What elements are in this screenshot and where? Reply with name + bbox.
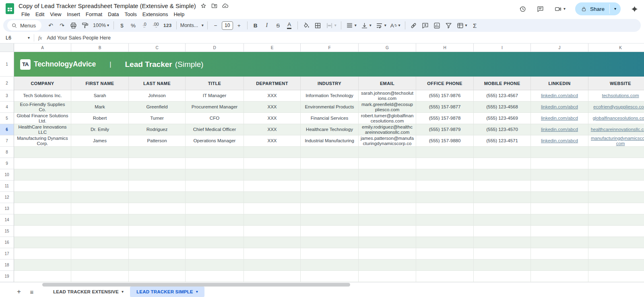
- font-size-input[interactable]: 10: [222, 21, 233, 30]
- row-header-2[interactable]: 2: [0, 77, 14, 90]
- header-cell-F[interactable]: INDUSTRY: [301, 77, 359, 90]
- cell-E14[interactable]: [244, 214, 301, 226]
- cell-F6[interactable]: Healthcare Technology: [301, 124, 359, 135]
- cell-C9[interactable]: [129, 158, 186, 169]
- cell-A13[interactable]: [14, 203, 71, 214]
- cell-H9[interactable]: [416, 158, 474, 169]
- version-history-icon[interactable]: [519, 5, 527, 13]
- move-folder-icon[interactable]: [211, 2, 218, 9]
- row-header-19[interactable]: 19: [0, 271, 14, 282]
- cell-F16[interactable]: [301, 237, 359, 248]
- increase-decimals-button[interactable]: .00→: [151, 20, 161, 31]
- cell-D8[interactable]: [186, 147, 244, 158]
- banner-cell[interactable]: TA TechnologyAdvice | Lead Tracker (Simp…: [14, 52, 644, 77]
- cell-F3[interactable]: Information Technology: [301, 90, 359, 102]
- cell-G15[interactable]: [359, 226, 416, 237]
- cell-D9[interactable]: [186, 158, 244, 169]
- share-main[interactable]: Share: [575, 2, 609, 15]
- cell-C18[interactable]: [129, 260, 186, 271]
- cell-I19[interactable]: [474, 271, 531, 282]
- cell-G13[interactable]: [359, 203, 416, 214]
- header-cell-J[interactable]: LINKEDIN: [531, 77, 588, 90]
- cell-H11[interactable]: [416, 181, 474, 192]
- cell-E16[interactable]: [244, 237, 301, 248]
- cell-A17[interactable]: [14, 248, 71, 260]
- header-cell-E[interactable]: DEPARTMENT: [244, 77, 301, 90]
- row-header-17[interactable]: 17: [0, 248, 14, 260]
- cell-J4[interactable]: linkedin.com/abcd: [531, 102, 588, 113]
- website-link[interactable]: healthcareinnovationsllc.com: [591, 127, 644, 132]
- cell-C16[interactable]: [129, 237, 186, 248]
- cell-B10[interactable]: [71, 169, 129, 181]
- cell-G8[interactable]: [359, 147, 416, 158]
- cell-J5[interactable]: linkedin.com/abcd: [531, 113, 588, 124]
- cell-K4[interactable]: ecofriendlysuppliesco.com: [588, 102, 644, 113]
- comments-icon[interactable]: [537, 5, 545, 13]
- cell-D3[interactable]: IT Manager: [186, 90, 244, 102]
- cell-H16[interactable]: [416, 237, 474, 248]
- cell-E10[interactable]: [244, 169, 301, 181]
- borders-button[interactable]: [312, 20, 323, 31]
- column-header-K[interactable]: K: [588, 44, 644, 52]
- row-header-18[interactable]: 18: [0, 260, 14, 271]
- cell-D13[interactable]: [186, 203, 244, 214]
- header-cell-K[interactable]: WEBSITE: [588, 77, 644, 90]
- cell-B18[interactable]: [71, 260, 129, 271]
- cell-C14[interactable]: [129, 214, 186, 226]
- cell-E17[interactable]: [244, 248, 301, 260]
- cell-J15[interactable]: [531, 226, 588, 237]
- cell-I15[interactable]: [474, 226, 531, 237]
- menu-help[interactable]: Help: [171, 10, 187, 18]
- cell-J6[interactable]: linkedin.com/abcd: [531, 124, 588, 135]
- cell-H12[interactable]: [416, 192, 474, 203]
- cell-G4[interactable]: mark.greenfield@ecosuppliesco.com: [359, 102, 416, 113]
- cell-H6[interactable]: (555) 157-9879: [416, 124, 474, 135]
- cell-I17[interactable]: [474, 248, 531, 260]
- cell-D12[interactable]: [186, 192, 244, 203]
- increase-font-size-button[interactable]: +: [234, 20, 244, 31]
- row-header-8[interactable]: 8: [0, 147, 14, 158]
- row-header-12[interactable]: 12: [0, 192, 14, 203]
- header-cell-D[interactable]: TITLE: [186, 77, 244, 90]
- header-cell-C[interactable]: LAST NAME: [129, 77, 186, 90]
- row-header-11[interactable]: 11: [0, 181, 14, 192]
- row-header-16[interactable]: 16: [0, 237, 14, 248]
- cell-B14[interactable]: [71, 214, 129, 226]
- cell-C4[interactable]: Greenfield: [129, 102, 186, 113]
- header-cell-B[interactable]: FIRST NAME: [71, 77, 129, 90]
- cell-E12[interactable]: [244, 192, 301, 203]
- cell-A14[interactable]: [14, 214, 71, 226]
- cell-C5[interactable]: Turner: [129, 113, 186, 124]
- cell-G11[interactable]: [359, 181, 416, 192]
- cell-B12[interactable]: [71, 192, 129, 203]
- star-icon[interactable]: [200, 2, 207, 9]
- cell-C8[interactable]: [129, 147, 186, 158]
- cell-C11[interactable]: [129, 181, 186, 192]
- cell-E5[interactable]: XXX: [244, 113, 301, 124]
- cell-I5[interactable]: (555) 123-4569: [474, 113, 531, 124]
- cell-G16[interactable]: [359, 237, 416, 248]
- cell-J8[interactable]: [531, 147, 588, 158]
- cell-A3[interactable]: Tech Solutions Inc.: [14, 90, 71, 102]
- format-percent-button[interactable]: %: [128, 20, 138, 31]
- linkedin-link[interactable]: linkedin.com/abcd: [541, 93, 578, 98]
- cell-H15[interactable]: [416, 226, 474, 237]
- gemini-icon[interactable]: [630, 5, 638, 13]
- cell-H8[interactable]: [416, 147, 474, 158]
- cell-F11[interactable]: [301, 181, 359, 192]
- header-cell-G[interactable]: EMAIL: [359, 77, 416, 90]
- menu-format[interactable]: Format: [83, 10, 105, 18]
- cell-B3[interactable]: Sarah: [71, 90, 129, 102]
- cell-F9[interactable]: [301, 158, 359, 169]
- cell-B7[interactable]: James: [71, 135, 129, 147]
- cell-A12[interactable]: [14, 192, 71, 203]
- cell-F5[interactable]: Financial Services: [301, 113, 359, 124]
- cell-D17[interactable]: [186, 248, 244, 260]
- menu-extensions[interactable]: Extensions: [140, 10, 171, 18]
- column-header-H[interactable]: H: [416, 44, 474, 52]
- redo-button[interactable]: ↷: [57, 20, 67, 31]
- cell-A4[interactable]: Eco-Friendly Supplies Co.: [14, 102, 71, 113]
- cell-D14[interactable]: [186, 214, 244, 226]
- column-header-J[interactable]: J: [531, 44, 588, 52]
- cell-J3[interactable]: linkedin.com/abcd: [531, 90, 588, 102]
